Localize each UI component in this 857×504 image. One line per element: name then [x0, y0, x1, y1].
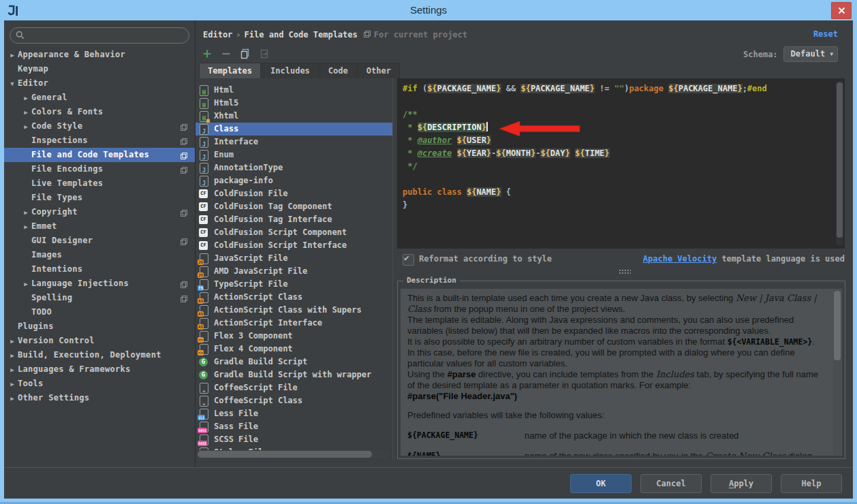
sidebar-item-label: Emmet — [31, 221, 57, 231]
tab-templates[interactable]: Templates — [199, 63, 261, 78]
chevron-right-icon[interactable]: ▶ — [7, 377, 18, 392]
template-item-coldfusion-file[interactable]: CFColdFusion File — [196, 187, 392, 200]
reset-link[interactable]: Reset — [813, 29, 838, 39]
template-item-interface[interactable]: JInterface — [196, 136, 392, 148]
chevron-right-icon[interactable]: ▶ — [20, 120, 31, 134]
template-item-coldfusion-script-interface[interactable]: CFColdFusion Script Interface — [196, 239, 392, 252]
add-template-button[interactable] — [201, 48, 213, 60]
template-item-flex-3-component[interactable]: <>Flex 3 Component — [196, 330, 392, 343]
chevron-right-icon[interactable]: ▶ — [20, 277, 31, 292]
code-line: * @create ${YEAR}-${MONTH}-${DAY} ${TIME… — [403, 147, 831, 160]
schema-dropdown[interactable]: Default ▼ — [783, 46, 838, 62]
template-item-flex-4-component[interactable]: <>Flex 4 Component — [196, 343, 392, 356]
template-item-html5[interactable]: HHtml5 — [196, 97, 392, 110]
template-item-html[interactable]: HHtml — [196, 84, 392, 97]
template-item-xhtml[interactable]: HXhtml — [196, 110, 392, 123]
chevron-right-icon[interactable]: ▶ — [20, 91, 31, 106]
revert-template-button[interactable] — [258, 48, 270, 60]
close-button[interactable] — [831, 2, 852, 19]
sidebar-item-build-execution-deployment[interactable]: ▶Build, Execution, Deployment — [4, 348, 195, 362]
chevron-right-icon[interactable]: ▶ — [20, 220, 31, 234]
close-icon — [838, 7, 845, 14]
template-item-actionscript-class-with-supers[interactable]: ASActionScript Class with Supers — [196, 304, 392, 317]
tab-includes[interactable]: Includes — [262, 63, 319, 78]
template-item-gradle-build-script-with-wrapper[interactable]: GGradle Build Script with wrapper — [196, 368, 392, 381]
template-item-scss-file[interactable]: SASSSCSS File — [196, 433, 392, 446]
apache-velocity-link[interactable]: Apache Velocity — [643, 254, 717, 264]
sidebar-item-tools[interactable]: ▶Tools — [4, 377, 195, 391]
cancel-button[interactable]: Cancel — [640, 474, 702, 493]
reformat-checkbox[interactable] — [403, 254, 414, 266]
sidebar-item-inspections[interactable]: Inspections — [4, 133, 195, 148]
chevron-right-icon[interactable]: ▶ — [7, 334, 18, 349]
template-item-annotationtype[interactable]: JAnnotationType — [196, 161, 392, 174]
tab-other[interactable]: Other — [358, 63, 400, 78]
chevron-right-icon[interactable]: ▶ — [7, 48, 18, 63]
settings-search-box[interactable] — [10, 27, 189, 44]
predefined-variable-row: ${PACKAGE_NAME}name of the package in wh… — [407, 430, 824, 441]
ok-button[interactable]: OK — [570, 474, 632, 493]
template-item-actionscript-interface[interactable]: ASActionScript Interface — [196, 317, 392, 330]
template-item-amd-javascript-file[interactable]: JSAMD JavaScript File — [196, 265, 392, 278]
template-item-class[interactable]: JClass — [196, 123, 392, 136]
sidebar-item-keymap[interactable]: Keymap — [4, 62, 195, 76]
sidebar-item-spelling[interactable]: Spelling — [4, 291, 195, 305]
sidebar-item-images[interactable]: Images — [4, 248, 195, 262]
copy-template-button[interactable] — [239, 48, 251, 60]
sidebar-item-live-templates[interactable]: Live Templates — [4, 176, 195, 191]
splitter-handle[interactable] — [619, 269, 631, 274]
chevron-down-icon[interactable]: ▼ — [7, 77, 18, 91]
template-item-coldfusion-tag-interface[interactable]: CFColdFusion Tag Interface — [196, 213, 392, 226]
sidebar-item-code-style[interactable]: ▶Code Style — [4, 119, 195, 133]
sidebar-item-other-settings[interactable]: ▶Other Settings — [4, 391, 195, 405]
apply-button[interactable]: Apply — [711, 474, 772, 493]
template-item-sass-file[interactable]: SASSSass File — [196, 420, 392, 433]
sidebar-item-file-encodings[interactable]: File Encodings — [4, 162, 195, 176]
chevron-right-icon[interactable]: ▶ — [20, 206, 31, 220]
template-item-gradle-build-script[interactable]: GGradle Build Script — [196, 356, 392, 368]
flex-component-file-icon: <> — [199, 344, 209, 355]
editor-scrollbar-thumb[interactable] — [837, 82, 843, 238]
sidebar-item-label: Colors & Fonts — [31, 107, 103, 116]
template-item-coldfusion-script-component[interactable]: CFColdFusion Script Component — [196, 226, 392, 239]
sidebar-item-file-and-code-templates[interactable]: File and Code Templates — [4, 148, 195, 162]
sidebar-item-languages-frameworks[interactable]: ▶Languages & Frameworks — [4, 362, 195, 377]
chevron-right-icon[interactable]: ▶ — [20, 106, 31, 120]
search-input[interactable] — [28, 29, 184, 42]
chevron-right-icon[interactable]: ▶ — [7, 363, 18, 377]
sidebar-item-colors-fonts[interactable]: ▶Colors & Fonts — [4, 105, 195, 119]
sidebar-item-appearance-behavior[interactable]: ▶Appearance & Behavior — [4, 48, 195, 62]
template-item-enum[interactable]: JEnum — [196, 148, 392, 161]
sidebar-item-intentions[interactable]: Intentions — [4, 262, 195, 277]
template-item-less-file[interactable]: {L}Less File — [196, 407, 392, 420]
sidebar-item-version-control[interactable]: ▶Version Control — [4, 334, 195, 348]
template-item-actionscript-class[interactable]: ASActionScript Class — [196, 291, 392, 304]
template-editor[interactable]: #if (${PACKAGE_NAME} && ${PACKAGE_NAME} … — [397, 78, 845, 249]
template-item-coffeescript-class[interactable]: ☕CoffeeScript Class — [196, 394, 392, 407]
template-item-label: AnnotationType — [214, 161, 283, 174]
description-scrollbar-thumb[interactable] — [834, 291, 841, 360]
template-item-javascript-file[interactable]: JSJavaScript File — [196, 252, 392, 265]
sidebar-item-language-injections[interactable]: ▶Language Injections — [4, 277, 195, 291]
template-item-coldfusion-tag-component[interactable]: CFColdFusion Tag Component — [196, 200, 392, 213]
sidebar-item-copyright[interactable]: ▶Copyright — [4, 205, 195, 219]
sidebar-item-editor[interactable]: ▼Editor — [4, 76, 195, 91]
template-item-coffeescript-file[interactable]: ☕CoffeeScript File — [196, 381, 392, 394]
breadcrumb-editor[interactable]: Editor — [203, 30, 232, 40]
sidebar-item-emmet[interactable]: ▶Emmet — [4, 219, 195, 234]
chevron-right-icon[interactable]: ▶ — [7, 349, 18, 363]
sidebar-item-plugins[interactable]: Plugins — [4, 319, 195, 334]
sidebar-item-general[interactable]: ▶General — [4, 91, 195, 105]
remove-template-button[interactable] — [220, 48, 232, 60]
tab-code[interactable]: Code — [320, 63, 357, 78]
list-scrollbar-thumb[interactable] — [198, 451, 372, 458]
sidebar-item-gui-designer[interactable]: GUI Designer — [4, 234, 195, 248]
description-paragraph: It is also possible to specify an arbitr… — [407, 336, 824, 369]
template-item-package-info[interactable]: Jpackage-info — [196, 174, 392, 187]
description-panel: Description This is a built-in template … — [397, 281, 845, 459]
chevron-right-icon[interactable]: ▶ — [7, 392, 18, 406]
sidebar-item-todo[interactable]: TODO — [4, 305, 195, 319]
template-item-typescript-file[interactable]: TSTypeScript File — [196, 278, 392, 291]
help-button[interactable]: Help — [781, 474, 842, 493]
sidebar-item-file-types[interactable]: File Types — [4, 191, 195, 205]
